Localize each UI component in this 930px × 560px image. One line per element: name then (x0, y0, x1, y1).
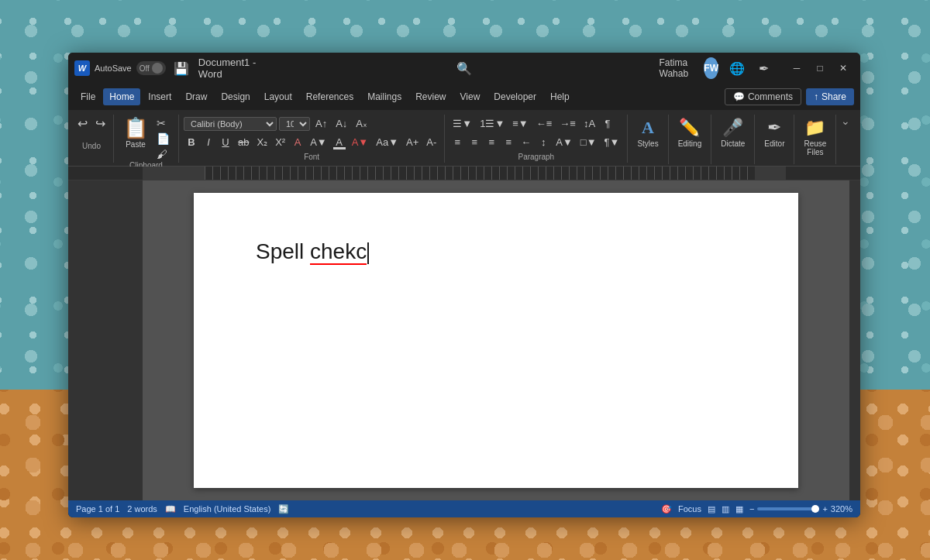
para-row1: ☰▼ 1☰▼ ≡▼ ←≡ →≡ ↕A ¶ (450, 116, 622, 131)
clipboard-inner: 📋 Paste ✂ 📄 🖌 (120, 115, 172, 161)
autosave-toggle[interactable]: Off (136, 61, 166, 75)
minimize-button[interactable]: ─ (786, 59, 808, 77)
ruler (68, 167, 860, 180)
bold-button[interactable]: B (184, 135, 199, 149)
text-cursor (367, 242, 369, 264)
borders-button[interactable]: □▼ (577, 135, 600, 149)
font-color-button[interactable]: A▼ (349, 135, 372, 149)
title-bar-left: W AutoSave Off 💾 Document1 - Word (74, 57, 270, 80)
ruler-scale (205, 167, 755, 180)
page[interactable]: Spell chekc (194, 193, 798, 488)
comments-button[interactable]: 💬 Comments (725, 88, 801, 105)
increase-indent-button[interactable]: →≡ (556, 116, 579, 131)
pen-icon[interactable]: ✒ (756, 60, 772, 77)
globe-icon[interactable]: 🌐 (726, 60, 748, 77)
decrease-indent-button[interactable]: ←≡ (533, 116, 556, 131)
reuse-files-label: Reuse Files (804, 139, 826, 156)
text-spell: Spell (256, 239, 310, 263)
menu-view[interactable]: View (454, 88, 487, 105)
copy-button[interactable]: 📄 (154, 132, 172, 146)
line-spacing-button[interactable]: ↕ (536, 135, 551, 149)
increase-font-button[interactable]: A↑ (312, 116, 330, 131)
styles-button[interactable]: A Styles (632, 116, 663, 149)
editor-button[interactable]: ✒ Editor (760, 116, 789, 149)
sort-button[interactable]: ↕A (580, 116, 598, 131)
undo-group: ↩ ↪ Undo (74, 115, 114, 163)
status-bar: Page 1 of 1 2 words 📖 English (United St… (68, 500, 860, 517)
menu-design[interactable]: Design (215, 88, 256, 105)
numbering-button[interactable]: 1☰▼ (477, 116, 508, 131)
undo-button[interactable]: ↩ (74, 115, 91, 132)
clear-format-button[interactable]: Aₓ (353, 116, 370, 131)
font-size-select[interactable]: 10 (279, 117, 310, 131)
reuse-files-button[interactable]: 📁 Reuse Files (799, 116, 831, 158)
window-controls: ─ □ ✕ (786, 59, 854, 77)
ribbon-collapse-button[interactable]: ⌄ (836, 115, 855, 127)
share-button[interactable]: ↑ Share (806, 88, 854, 105)
show-marks-button[interactable]: ¶ (600, 116, 615, 131)
search-bar[interactable]: 🔍 (453, 59, 476, 77)
document-area: Spell chekc (68, 180, 860, 500)
underline-button[interactable]: U (218, 135, 233, 149)
para-marks-button[interactable]: ¶▼ (601, 135, 623, 149)
shading-button[interactable]: A▼ (553, 135, 576, 149)
bullets-button[interactable]: ☰▼ (450, 116, 475, 131)
focus-icon[interactable]: 🎯 (661, 504, 672, 514)
align-left-button[interactable]: ≡ (450, 135, 465, 149)
menu-mailings[interactable]: Mailings (361, 88, 408, 105)
menu-insert[interactable]: Insert (142, 88, 177, 105)
zoom-controls: − + 320% (749, 504, 852, 514)
subscript-button[interactable]: X₂ (253, 135, 270, 149)
superscript-button[interactable]: X² (272, 135, 288, 149)
ltr-button[interactable]: ← (518, 135, 534, 149)
menu-developer[interactable]: Developer (487, 88, 542, 105)
track-changes-icon[interactable]: 🔄 (278, 504, 289, 514)
justify-button[interactable]: ≡ (501, 135, 516, 149)
dictate-button[interactable]: 🎤 Dictate (716, 116, 749, 149)
menu-file[interactable]: File (74, 88, 102, 105)
font-color-dropdown[interactable]: A▼ (307, 135, 330, 149)
menu-review[interactable]: Review (409, 88, 452, 105)
editor-icon: ✒ (767, 118, 781, 138)
reuse-files-icon: 📁 (804, 118, 825, 138)
font-row1: Calibri (Body) 10 A↑ A↓ Aₓ (184, 116, 439, 131)
decrease-font-button[interactable]: A↓ (332, 116, 350, 131)
align-center-button[interactable]: ≡ (467, 135, 482, 149)
text-effects-button[interactable]: A (290, 135, 305, 149)
editing-button[interactable]: ✏️ Editing (673, 116, 707, 149)
save-icon[interactable]: 💾 (174, 61, 189, 76)
cut-button[interactable]: ✂ (154, 116, 172, 130)
shrink-font[interactable]: A- (423, 135, 439, 149)
strikethrough-button[interactable]: ab (235, 135, 252, 149)
layout-view-2[interactable]: ▥ (722, 504, 729, 514)
menu-home[interactable]: Home (103, 88, 140, 105)
close-button[interactable]: ✕ (832, 59, 854, 77)
layout-view-3[interactable]: ▦ (735, 504, 743, 514)
language[interactable]: English (United States) (184, 504, 271, 514)
focus-label[interactable]: Focus (678, 504, 701, 514)
maximize-button[interactable]: □ (809, 59, 831, 77)
multilevel-button[interactable]: ≡▼ (509, 116, 531, 131)
zoom-out-button[interactable]: − (749, 504, 754, 514)
layout-view-1[interactable]: ▤ (708, 504, 715, 514)
zoom-slider[interactable] (757, 507, 819, 510)
paste-button[interactable]: 📋 Paste (120, 115, 151, 150)
menu-layout[interactable]: Layout (258, 88, 298, 105)
menu-draw[interactable]: Draw (179, 88, 213, 105)
font-size-aa[interactable]: Aa▼ (373, 135, 401, 149)
menu-help[interactable]: Help (544, 88, 576, 105)
zoom-in-button[interactable]: + (822, 504, 827, 514)
status-bar-left: Page 1 of 1 2 words 📖 English (United St… (76, 504, 661, 514)
paragraph-label: Paragraph (450, 153, 622, 161)
menu-bar: File Home Insert Draw Design Layout Refe… (68, 84, 860, 110)
menu-references[interactable]: References (300, 88, 360, 105)
document-scroll-area[interactable]: Spell chekc (143, 180, 849, 500)
highlight-color-button[interactable]: A (332, 135, 347, 149)
format-painter-button[interactable]: 🖌 (154, 147, 172, 161)
read-mode-icon[interactable]: 📖 (165, 504, 176, 514)
italic-button[interactable]: I (201, 135, 216, 149)
grow-font[interactable]: A+ (403, 135, 422, 149)
redo-button[interactable]: ↪ (92, 115, 108, 132)
align-right-button[interactable]: ≡ (484, 135, 499, 149)
font-family-select[interactable]: Calibri (Body) (184, 117, 277, 131)
